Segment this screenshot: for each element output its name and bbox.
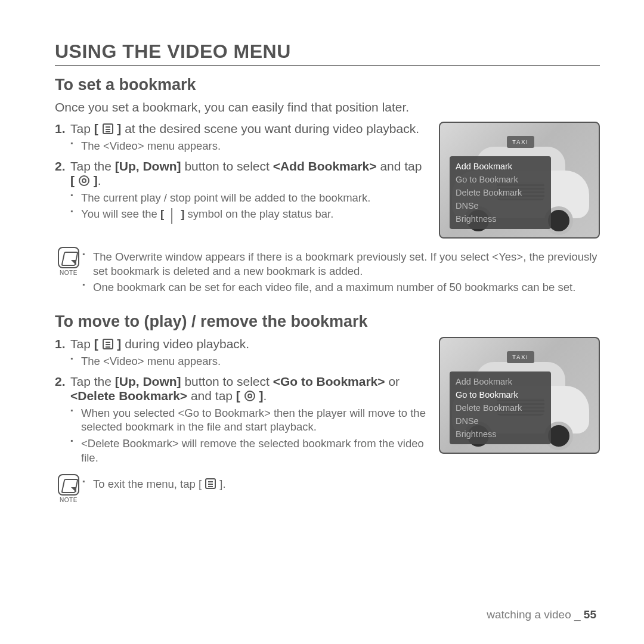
note-block-1: NOTE The Overwrite window appears if the…	[55, 247, 600, 302]
menu-item: Brightness	[456, 428, 545, 441]
menu-item: Brightness	[456, 212, 545, 225]
section2-heading: To move to (play) / remove the bookmark	[55, 312, 600, 331]
menu-item: DNSe	[456, 199, 545, 212]
note-bullet: To exit the menu, tap [ ].	[82, 477, 600, 491]
page-title: USING THE VIDEO MENU	[55, 41, 600, 66]
video-menu-overlay-2: Add Bookmark Go to Bookmark Delete Bookm…	[450, 371, 551, 444]
note-bullet: One bookmark can be set for each video f…	[82, 280, 600, 295]
section1-heading: To set a bookmark	[55, 76, 600, 94]
menu-item: Add Bookmark	[456, 375, 545, 388]
menu-icon	[103, 339, 113, 349]
note-icon	[58, 247, 79, 268]
note-label: NOTE	[55, 497, 82, 503]
bullet: The <Video> menu appears.	[70, 354, 600, 369]
select-icon	[244, 391, 255, 401]
menu-icon	[205, 478, 216, 489]
footer: watching a video _ 55	[487, 608, 596, 621]
note-label: NOTE	[55, 270, 82, 276]
page-number: 55	[584, 608, 596, 621]
bullet: The <Video> menu appears.	[70, 139, 600, 153]
section1-intro: Once you set a bookmark, you can easily …	[55, 100, 600, 114]
select-icon	[79, 175, 89, 186]
menu-item: Add Bookmark	[456, 160, 545, 173]
step-1: Tap [ ] during video playback. The <Vide…	[55, 337, 600, 369]
note-bullet: The Overwrite window appears if there is…	[82, 250, 600, 278]
note-icon	[58, 474, 79, 496]
menu-item: DNSe	[456, 414, 545, 428]
menu-item: Delete Bookmark	[456, 186, 545, 199]
step-1: Tap [ ] at the desired scene you want du…	[55, 122, 600, 153]
menu-item: Go to Bookmark	[456, 173, 545, 186]
video-menu-overlay-1: Add Bookmark Go to Bookmark Delete Bookm…	[450, 156, 551, 229]
menu-item: Delete Bookmark	[456, 401, 545, 414]
menu-item: Go to Bookmark	[456, 388, 545, 401]
bookmark-mark-icon: │	[168, 208, 177, 224]
menu-icon	[103, 123, 113, 134]
note-block-2: NOTE To exit the menu, tap [ ].	[55, 474, 600, 503]
